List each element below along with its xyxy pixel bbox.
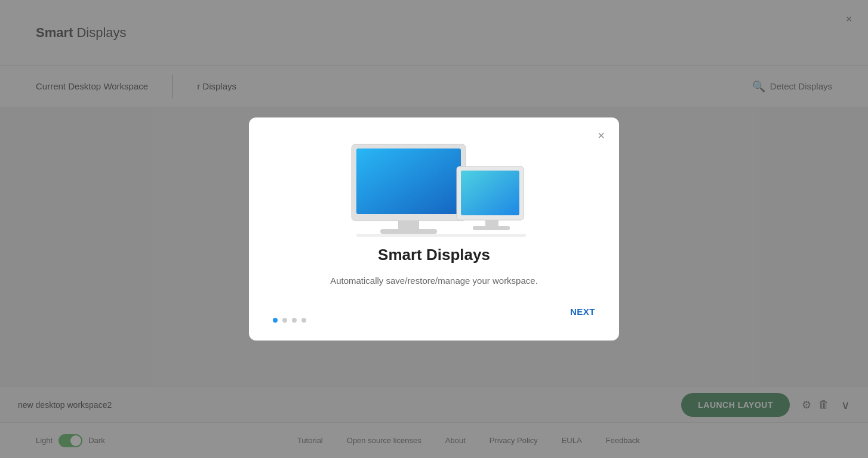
svg-rect-9 xyxy=(356,234,526,237)
dot-2 xyxy=(282,318,287,323)
svg-rect-7 xyxy=(485,220,498,226)
svg-rect-6 xyxy=(461,171,519,215)
modal-footer: NEXT xyxy=(273,300,595,323)
modal-title: Smart Displays xyxy=(378,246,490,264)
dot-3 xyxy=(292,318,297,323)
next-button[interactable]: NEXT xyxy=(570,307,595,317)
modal-description: Automatically save/restore/manage your w… xyxy=(330,274,538,288)
monitors-illustration xyxy=(338,141,530,246)
modal-overlay: × xyxy=(0,0,868,458)
modal-close-button[interactable]: × xyxy=(593,127,610,144)
svg-rect-3 xyxy=(398,221,419,229)
pagination-dots xyxy=(273,318,306,323)
svg-rect-4 xyxy=(380,229,437,234)
svg-rect-2 xyxy=(356,148,461,214)
svg-rect-8 xyxy=(473,226,510,230)
smart-displays-modal: × xyxy=(249,117,619,341)
dot-4 xyxy=(301,318,306,323)
dot-1 xyxy=(273,318,278,323)
